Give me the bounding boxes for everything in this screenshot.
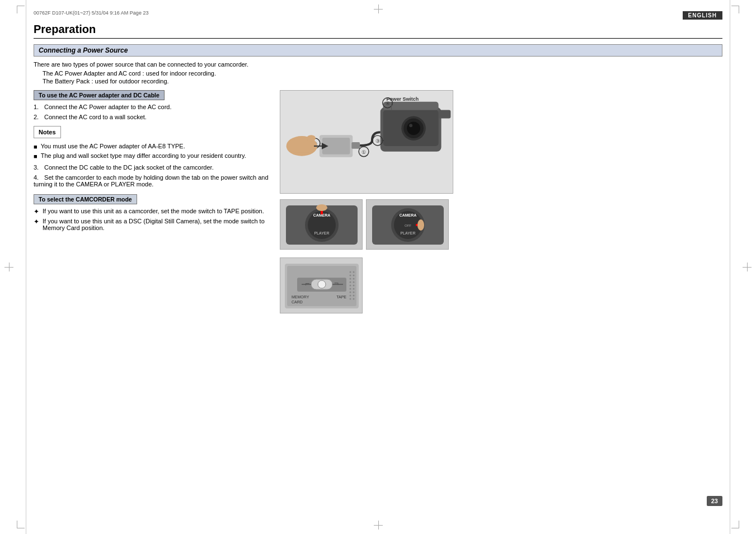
note-text-1: You must use the AC Power adapter of AA-… (41, 143, 269, 149)
intro-text: There are two types of power source that… (34, 61, 722, 68)
notes-box: Notes (34, 126, 61, 138)
svg-point-70 (353, 295, 355, 297)
svg-text:TAPE: TAPE (336, 295, 346, 299)
svg-point-64 (353, 285, 355, 287)
svg-point-63 (350, 285, 351, 287)
note-bullet-2: ■ (34, 153, 37, 160)
svg-point-24 (307, 135, 316, 142)
svg-rect-11 (351, 142, 360, 149)
page-title: Preparation (34, 23, 722, 39)
svg-text:⌐: ⌐ (305, 279, 309, 288)
svg-point-62 (353, 282, 355, 283)
power-switch-diagram: ① ② ③ ④ Power Switch (280, 91, 453, 193)
svg-point-66 (353, 288, 355, 290)
svg-text:③: ③ (375, 138, 380, 144)
svg-rect-8 (439, 110, 451, 119)
svg-text:PLAYER: PLAYER (400, 231, 415, 235)
left-column: To use the AC Power adapter and DC Cable… (34, 90, 274, 313)
camcorder-mode-image: MEMORY CARD TAPE ⌐ ¬ (280, 257, 363, 313)
bottom-images: CAMERA PLAYER (280, 199, 449, 250)
svg-point-59 (350, 278, 351, 280)
note-item-1: ■ You must use the AC Power adapter of A… (34, 143, 269, 150)
svg-point-50 (318, 280, 326, 288)
step-3: 3. Connect the DC cable to the DC jack s… (34, 164, 269, 171)
camcorder-section: To select the CAMCORDER mode ✦ If you wa… (34, 194, 269, 231)
main-image-area: ① ② ③ ④ Power Switch (280, 90, 453, 194)
top-info: 00762F D107-UK(01~27) 5/31/04 9:16 AM Pa… (34, 10, 148, 16)
note-bullet-1: ■ (34, 143, 37, 150)
cross-symbol-2: ✦ (34, 218, 39, 226)
svg-point-67 (350, 292, 351, 293)
svg-text:Power Switch: Power Switch (386, 96, 419, 102)
svg-point-60 (353, 278, 355, 280)
svg-point-72 (353, 298, 355, 300)
note-text-2: The plug and wall socket type may differ… (41, 152, 269, 159)
svg-text:①: ① (361, 149, 366, 155)
camera-mode-image-2: CAMERA PLAYER OFF (366, 199, 449, 250)
bullet-item-1: The AC Power Adapter and AC cord : used … (43, 70, 722, 77)
ac-power-header: To use the AC Power adapter and DC Cable (34, 90, 165, 100)
bullet-item-2: The Battery Pack : used for outdoor reco… (43, 78, 722, 85)
step-2: 2. Connect the AC cord to a wall socket. (34, 114, 269, 120)
page-number-badge: 23 (707, 496, 722, 506)
camcorder-item-1: ✦ If you want to use this unit as a camc… (34, 208, 269, 216)
svg-point-58 (353, 275, 355, 277)
svg-point-56 (353, 271, 355, 273)
camcorder-text-1: If you want to use this unit as a camcor… (43, 208, 264, 214)
svg-rect-10 (322, 138, 350, 154)
cross-symbol-1: ✦ (34, 208, 39, 216)
svg-point-61 (350, 282, 351, 283)
svg-text:OFF: OFF (405, 224, 411, 227)
svg-point-5 (407, 121, 420, 135)
svg-point-40 (417, 219, 424, 231)
svg-point-69 (350, 295, 351, 297)
section-header: Connecting a Power Source (34, 44, 722, 57)
camera-mode-image-1: CAMERA PLAYER (280, 199, 363, 250)
main-content: To use the AC Power adapter and DC Cable… (34, 90, 722, 313)
svg-text:PLAYER: PLAYER (314, 231, 329, 235)
right-column: ① ② ③ ④ Power Switch (274, 90, 722, 313)
svg-point-55 (350, 271, 351, 273)
svg-point-57 (350, 275, 351, 277)
note-item-2: ■ The plug and wall socket type may diff… (34, 152, 269, 160)
step-4: 4. Set the camcorder to each mode by hol… (34, 174, 269, 188)
svg-text:CARD: CARD (292, 300, 303, 304)
svg-text:CAMERA: CAMERA (400, 213, 417, 217)
svg-point-71 (350, 298, 351, 300)
svg-text:MEMORY: MEMORY (292, 295, 309, 299)
svg-point-65 (350, 288, 351, 290)
page-wrapper: 00762F D107-UK(01~27) 5/31/04 9:16 AM Pa… (0, 0, 756, 534)
svg-point-68 (353, 292, 355, 293)
svg-point-32 (316, 204, 327, 211)
camcorder-text-2: If you want to use this unit as a DSC (D… (43, 218, 269, 231)
svg-text:¬: ¬ (334, 279, 339, 288)
svg-point-6 (409, 124, 412, 127)
language-badge: ENGLISH (683, 11, 722, 20)
step-1: 1. Connect the AC Power adapter to the A… (34, 104, 269, 110)
camcorder-item-2: ✦ If you want to use this unit as a DSC … (34, 218, 269, 231)
camcorder-header: To select the CAMCORDER mode (34, 194, 137, 204)
